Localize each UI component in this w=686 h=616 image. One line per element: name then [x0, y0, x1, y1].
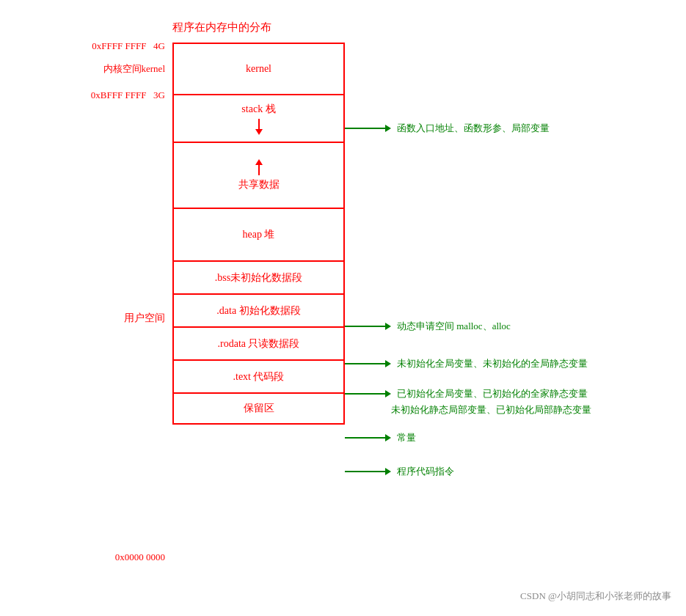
annotation-text: 程序代码指令 — [397, 465, 454, 478]
segment-data: .data 初始化数据段 — [174, 295, 343, 328]
segment-heap: heap 堆 — [174, 209, 343, 262]
label-kernel-space: 内核空间kernel — [0, 62, 165, 76]
arrow-heap: 动态申请空间 malloc、alloc — [345, 320, 511, 333]
diagram-title: 程序在内存中的分布 — [172, 21, 271, 34]
segment-rodata: .rodata 只读数据段 — [174, 328, 343, 361]
arrow-text: 程序代码指令 — [345, 465, 454, 478]
annotation-rodata: 常量 — [397, 431, 416, 444]
annotation-data2: 未初始化静态局部变量、已初始化局部静态变量 — [391, 404, 591, 415]
memory-box: kernel stack 栈 共享数据 heap 堆 .bss未初始化数据段 .… — [172, 43, 345, 425]
annotation-heap: 动态申请空间 malloc、alloc — [397, 320, 511, 333]
label-user-space: 用户空间 — [0, 312, 165, 325]
segment-kernel: kernel — [174, 44, 343, 95]
segment-text: .text 代码段 — [174, 361, 343, 394]
arrow-stack: 函数入口地址、函数形参、局部变量 — [345, 122, 550, 135]
arrow-data: 已初始化全局变量、已初始化的全家静态变量 未初始化静态局部变量、已初始化局部静态… — [345, 387, 591, 417]
diagram-container: 程序在内存中的分布 kernel stack 栈 共享数据 heap 堆 .bs… — [0, 0, 686, 616]
annotation-stack: 函数入口地址、函数形参、局部变量 — [397, 122, 550, 135]
segment-bss: .bss未初始化数据段 — [174, 262, 343, 295]
arrow-rodata: 常量 — [345, 431, 416, 444]
annotation-bss: 未初始化全局变量、未初始化的全局静态变量 — [397, 357, 588, 370]
label-addr-ffff: 0xFFFF FFFF 4G — [0, 40, 165, 52]
segment-stack: stack 栈 — [174, 95, 343, 143]
label-addr-bfff: 0xBFFF FFFF 3G — [0, 89, 165, 101]
segment-reserve: 保留区 — [174, 394, 343, 423]
annotation-data1: 已初始化全局变量、已初始化的全家静态变量 — [397, 387, 588, 400]
label-addr-zero: 0x0000 0000 — [0, 551, 165, 563]
segment-shared: 共享数据 — [174, 143, 343, 209]
arrow-bss: 未初始化全局变量、未初始化的全局静态变量 — [345, 357, 588, 370]
watermark: CSDN @小胡同志和小张老师的故事 — [520, 590, 671, 603]
